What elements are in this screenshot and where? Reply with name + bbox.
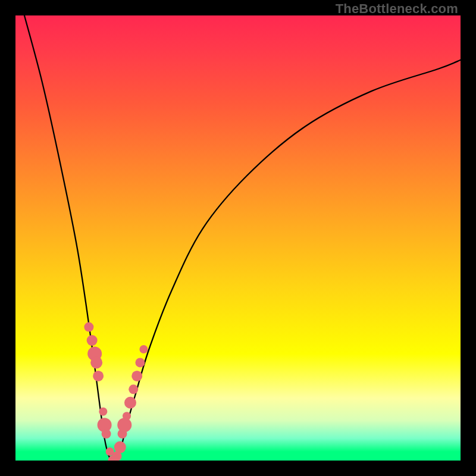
sample-point[interactable] [139, 345, 148, 353]
sample-point[interactable] [117, 418, 131, 432]
sample-point[interactable] [114, 441, 126, 453]
sample-point[interactable] [124, 397, 136, 409]
sample-point[interactable] [93, 371, 104, 381]
sample-point[interactable] [131, 371, 142, 381]
bottleneck-curve [24, 15, 461, 461]
sample-point[interactable] [90, 356, 102, 368]
plot-area [15, 15, 461, 461]
sample-point[interactable] [129, 384, 138, 394]
sample-point[interactable] [135, 358, 145, 367]
chart-svg [15, 15, 461, 461]
sample-point[interactable] [99, 408, 107, 416]
sample-point[interactable] [102, 429, 111, 439]
sample-point[interactable] [84, 322, 93, 332]
sample-points-group [84, 322, 148, 461]
sample-point[interactable] [123, 412, 131, 420]
sample-point[interactable] [87, 335, 98, 346]
